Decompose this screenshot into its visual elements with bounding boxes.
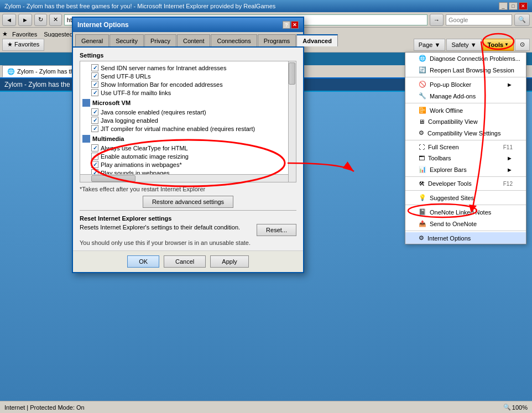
note-text: *Takes effect after you restart Internet… (80, 186, 296, 192)
dd-internet-options[interactable]: ⚙ Internet Options (405, 232, 526, 244)
search-input[interactable] (446, 14, 512, 25)
browser-title: Zylom - Zylom has the best free games fo… (4, 3, 499, 9)
dd-diagnose[interactable]: 🌐 Diagnose Connection Problems... (405, 53, 526, 64)
reopen-icon: 🔄 (419, 66, 426, 74)
dd-addons[interactable]: 🔧 Manage Add-ons (405, 90, 526, 102)
fullscreen-shortcut: F11 (503, 144, 513, 150)
tab-content[interactable]: Content (177, 34, 211, 46)
checkbox-info-bar[interactable]: ✓ (91, 81, 98, 88)
zoom-icon: 🔍 (503, 404, 511, 411)
checkbox-jit[interactable]: ✓ (91, 125, 98, 132)
dialog-tabs: General Security Privacy Content Connect… (73, 32, 303, 48)
category-icon-mm (82, 135, 90, 143)
tab-security[interactable]: Security (109, 34, 144, 46)
dd-onenote-linked[interactable]: 📓 OneNote Linked Notes (405, 206, 526, 218)
fullscreen-icon: ⛶ (419, 144, 425, 150)
cancel-button[interactable]: Cancel (164, 255, 206, 268)
page-button[interactable]: Page ▼ (414, 39, 446, 51)
dd-fullscreen[interactable]: ⛶ Full Screen F11 (405, 142, 526, 153)
dd-toolbars[interactable]: 🗔 Toolbars ► (405, 153, 526, 164)
dialog-close-button[interactable]: ✕ (291, 21, 299, 29)
restore-advanced-button[interactable]: Restore advanced settings (143, 196, 233, 208)
stop-button[interactable]: ✕ (49, 14, 62, 26)
toolbars-icon: 🗔 (419, 155, 425, 161)
zoom-indicator: 🔍 100% (503, 404, 528, 411)
setting-java-logging: ✓ Java logging enabled (82, 116, 294, 124)
checkbox-utf8-urls[interactable]: ✓ (91, 72, 98, 80)
dd-explorer-bars[interactable]: 📊 Explorer Bars ► (405, 164, 526, 175)
dd-suggested[interactable]: 💡 Suggested Sites (405, 192, 526, 203)
explorer-bars-icon: 📊 (419, 166, 426, 173)
help-button[interactable]: ⊙ (515, 39, 530, 51)
setting-animations: ✓ Play animations in webpages* (82, 160, 294, 169)
go-button[interactable]: → (430, 14, 444, 26)
minimize-button[interactable]: _ (499, 2, 508, 10)
setting-cleartype: ✓ Always use ClearType for HTML (82, 144, 294, 152)
category-multimedia: Multimedia (82, 135, 294, 143)
close-button[interactable]: ✕ (519, 2, 528, 10)
separator-6 (405, 205, 526, 205)
reset-button[interactable]: Reset... (257, 224, 296, 236)
dd-compat[interactable]: 🖥 Compatibility View (405, 116, 526, 127)
devtools-shortcut: F12 (503, 181, 513, 187)
search-button[interactable]: 🔍 (514, 14, 530, 26)
tab-programs[interactable]: Programs (258, 34, 296, 46)
status-right: 🔍 100% (503, 404, 528, 411)
addon-icon: 🔧 (419, 92, 426, 100)
checkbox-cleartype[interactable]: ✓ (91, 144, 98, 151)
dialog-title-text: Internet Options (77, 21, 283, 29)
reset-warning: You should only use this if your browser… (80, 239, 296, 246)
tab-advanced[interactable]: Advanced (296, 34, 338, 46)
dd-diagnose-label: Diagnose Connection Problems... (430, 55, 520, 62)
label-jit: JIT compiler for virtual machine enabled… (101, 126, 255, 132)
dd-popup[interactable]: 🚫 Pop-up Blocker ► (405, 79, 526, 90)
checkbox-java-logging[interactable]: ✓ (91, 117, 98, 124)
hscroll-thumb[interactable] (91, 175, 135, 182)
back-button[interactable]: ◄ (2, 14, 16, 26)
tools-dropdown-menu: 🌐 Diagnose Connection Problems... 🔄 Reop… (405, 52, 526, 244)
dd-offline-label: Work Offline (430, 107, 463, 114)
checkbox-animations[interactable]: ✓ (91, 161, 98, 168)
label-info-bar: Show Information Bar for encoded address… (101, 81, 223, 88)
tab-connections[interactable]: Connections (211, 34, 257, 46)
setting-idn: ✓ Send IDN server names for Intranet add… (82, 64, 294, 72)
scrollbar-track[interactable] (288, 61, 296, 182)
tab-privacy[interactable]: Privacy (144, 34, 176, 46)
category-icon-vm (82, 99, 90, 107)
toolbars-arrow-icon: ► (507, 155, 513, 161)
settings-scroll[interactable]: ✓ Send IDN server names for Intranet add… (82, 64, 294, 180)
apply-button[interactable]: Apply (210, 255, 249, 268)
reset-description: Resets Internet Explorer's settings to t… (80, 224, 252, 231)
checkbox-java-console[interactable]: ✓ (91, 108, 98, 116)
dd-devtools-label: Developer Tools (428, 180, 472, 187)
scrollbar-thumb[interactable] (289, 62, 295, 85)
checkbox-mailto[interactable]: ✓ (91, 89, 98, 96)
popup-arrow-icon: ► (507, 81, 513, 88)
horizontal-scrollbar[interactable] (80, 174, 288, 182)
dd-compat-settings[interactable]: ⚙ Compatibility View Settings (405, 127, 526, 139)
forward-button[interactable]: ► (18, 14, 32, 26)
tab-general[interactable]: General (75, 34, 109, 46)
favorites-btn[interactable]: ★ Favorites (2, 39, 44, 51)
dialog-help-button[interactable]: ? (283, 21, 290, 29)
refresh-button[interactable]: ↻ (34, 14, 47, 26)
dd-devtools[interactable]: 🛠 Developer Tools F12 (405, 178, 526, 189)
label-mailto: Use UTF-8 for mailto links (101, 90, 171, 96)
category-label-mm: Multimedia (92, 135, 124, 142)
tools-button[interactable]: Tools ▼ (483, 39, 514, 51)
ok-button[interactable]: OK (127, 255, 159, 268)
setting-jit: ✓ JIT compiler for virtual machine enabl… (82, 124, 294, 133)
maximize-button[interactable]: □ (509, 2, 518, 10)
checkbox-image-resize[interactable]: ✓ (91, 153, 98, 160)
label-java-console: Java console enabled (requires restart) (101, 109, 206, 116)
reset-section-title: Reset Internet Explorer settings (80, 215, 296, 222)
dd-offline[interactable]: 📴 Work Offline (405, 104, 526, 116)
dd-suggested-label: Suggested Sites (430, 195, 474, 201)
dd-reopen[interactable]: 🔄 Reopen Last Browsing Session (405, 64, 526, 76)
internet-options-dialog: Internet Options ? ✕ General Security Pr… (72, 17, 304, 273)
safety-button[interactable]: Safety ▼ (446, 39, 481, 51)
window-controls: _ □ ✕ (499, 2, 528, 10)
status-text: Internet | Protected Mode: On (4, 404, 503, 411)
checkbox-idn[interactable]: ✓ (91, 64, 98, 71)
dd-send-onenote[interactable]: 📤 Send to OneNote (405, 218, 526, 229)
